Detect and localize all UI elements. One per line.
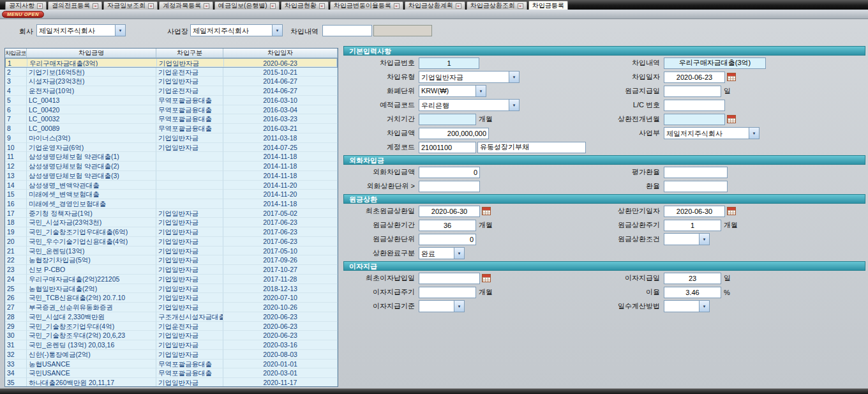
fx-repay-unit-field[interactable] — [419, 181, 480, 192]
site-select[interactable]: 제일저지주식회사 ▼ — [190, 24, 283, 36]
chevron-down-icon[interactable]: ▼ — [749, 128, 759, 139]
exchange-rate-field[interactable] — [664, 181, 728, 192]
calendar-icon[interactable] — [482, 274, 491, 282]
chevron-down-icon[interactable]: ▼ — [115, 25, 125, 36]
tab[interactable]: 자금일보조회× — [103, 1, 158, 10]
chevron-down-icon[interactable]: ▼ — [699, 234, 709, 245]
loan-date-field[interactable] — [664, 72, 725, 83]
repay-complete-select[interactable]: 완료▼ — [419, 247, 465, 259]
deposit-code-select[interactable]: 우리은행▼ — [419, 99, 520, 111]
currency-select[interactable]: KRW(₩)▼ — [419, 85, 486, 97]
chevron-down-icon[interactable]: ▼ — [509, 72, 519, 82]
maturity-date-field[interactable] — [664, 206, 725, 217]
principal-repay-condition-select[interactable]: ▼ — [664, 233, 710, 245]
table-row[interactable]: 11삼성생명단체보험 약관대출(1)2014-11-18 — [5, 152, 338, 162]
grace-period-field[interactable] — [419, 114, 476, 125]
fx-loan-amount-field[interactable] — [419, 167, 480, 178]
table-row[interactable]: 15미래에셋_변액보험대출2014-11-20 — [5, 190, 338, 199]
column-header-loan-code[interactable]: 차입금코드 — [5, 49, 27, 57]
interest-cycle-field[interactable] — [419, 287, 476, 298]
tab[interactable]: 결의전표등록× — [48, 1, 102, 10]
table-row[interactable]: 1우리구매자금대출(3억)기업일반자금2020-06-23 — [5, 58, 338, 68]
loan-desc-filter-input[interactable] — [322, 25, 372, 36]
principal-payday-field[interactable] — [664, 86, 721, 97]
menu-open-button[interactable]: MENU OPEN — [2, 11, 44, 18]
table-row[interactable]: 24우리구매자금대출(2억)221205기업일반자금2017-11-28 — [5, 275, 338, 284]
table-row[interactable]: 9마이너스(3억)기업일반자금2011-03-18 — [5, 133, 338, 143]
table-row[interactable]: 26국민_TCB신용대출(2억) 20.7.10기업일반자금2020-07-10 — [5, 293, 338, 303]
lc-number-field[interactable] — [664, 100, 725, 111]
principal-repay-period-field[interactable] — [419, 220, 476, 231]
tab[interactable]: 차입금상환계획× — [405, 1, 465, 10]
loan-description-field[interactable] — [664, 57, 766, 69]
column-header-loan-date[interactable]: 차입일자 — [223, 49, 338, 57]
chevron-down-icon[interactable]: ▼ — [454, 248, 464, 259]
tab-close-icon[interactable]: × — [93, 3, 98, 9]
interest-basis-select[interactable]: ▼ — [419, 300, 465, 312]
loan-number-field[interactable] — [419, 57, 479, 69]
table-row[interactable]: 5LC_00413무역포괄금융대출2016-03-10 — [5, 96, 338, 105]
table-row[interactable]: 7LC_00032무역포괄금융대출2016-03-23 — [5, 114, 338, 124]
table-row[interactable]: 22농협장기차입금(5억)기업일반자금2017-09-26 — [5, 255, 338, 265]
tab-close-icon[interactable]: × — [37, 3, 43, 9]
first-interest-date-field[interactable] — [419, 273, 480, 284]
principal-repay-cycle-field[interactable] — [664, 220, 721, 231]
chevron-down-icon[interactable]: ▼ — [454, 301, 464, 312]
account-name-field[interactable] — [477, 142, 586, 153]
table-row[interactable]: 31국민_온렌딩 (13억) 20,03,16기업일반자금2020-03-16 — [5, 340, 338, 350]
table-row[interactable]: 21국민_온렌딩(13억)기업일반자금2017-05-10 — [5, 246, 338, 256]
tab-close-icon[interactable]: × — [148, 3, 154, 9]
tab-close-icon[interactable]: × — [319, 3, 325, 9]
tab-active[interactable]: 차입금등록 — [528, 1, 568, 10]
interest-rate-field[interactable] — [664, 287, 721, 298]
table-row[interactable]: 3시설자금(23억3천)기업일반자금2014-06-27 — [5, 77, 338, 86]
company-select[interactable]: 제일저지주식회사 ▼ — [36, 24, 126, 36]
tab[interactable]: 차입금변동이율등록× — [330, 1, 403, 10]
table-row[interactable]: 32신한(-)통장예금(2억)기업일반자금2020-08-03 — [5, 350, 338, 360]
tab-close-icon[interactable]: × — [270, 3, 276, 9]
table-row[interactable]: 10기업운영자금(6억)기업일반자금2014-07-25 — [5, 143, 338, 153]
principal-repay-unit-field[interactable] — [419, 234, 476, 245]
calendar-icon[interactable] — [727, 73, 736, 81]
table-row[interactable]: 19국민_기술창조기업우대대출(6억)기업일반자금2017-06-23 — [5, 227, 338, 237]
repay-prev-ym-field[interactable] — [664, 114, 725, 125]
column-header-loan-name[interactable]: 차입금명 — [27, 49, 156, 57]
division-select[interactable]: 제일저지주식회사▼ — [664, 127, 760, 139]
table-row[interactable]: 16미래에셋_경영인보험대출2014-11-18 — [5, 199, 338, 209]
tab[interactable]: 공지사항× — [5, 1, 47, 10]
calendar-icon[interactable] — [482, 207, 491, 215]
loan-amount-field[interactable] — [419, 128, 489, 139]
chevron-down-icon[interactable]: ▼ — [272, 25, 282, 36]
table-row[interactable]: 27부국증권_선순위유동화증권기업일반자금2020-10-26 — [5, 303, 338, 312]
table-row[interactable]: 18국민_시설자금(23억3천)기업일반자금2017-06-23 — [5, 218, 338, 227]
table-row[interactable]: 8LC_00089무역포괄금융대출2016-03-21 — [5, 124, 338, 133]
table-row[interactable]: 13삼성생명단체보험 약관대출(3)2014-11-18 — [5, 171, 338, 181]
calendar-icon[interactable] — [727, 207, 736, 215]
tab-close-icon[interactable]: × — [394, 3, 400, 9]
table-row[interactable]: 20국민_우수기술기업신용대출(4억)기업일반자금2017-06-23 — [5, 237, 338, 246]
table-row[interactable]: 25농협일반자금대출(2억)기업일반자금2018-12-13 — [5, 284, 338, 294]
interest-payday-field[interactable] — [664, 273, 721, 284]
chevron-down-icon[interactable]: ▼ — [699, 301, 709, 312]
table-row[interactable]: 33농협USANCE무역포괄금융대출2020-01-01 — [5, 360, 338, 369]
column-header-loan-type[interactable]: 차입구분 — [156, 49, 223, 57]
table-row[interactable]: 35하나대출260백만원 20,11,17기업일반자금2020-11-17 — [5, 378, 338, 387]
day-count-method-select[interactable]: ▼ — [664, 300, 710, 312]
tab[interactable]: 차입금현황× — [281, 1, 329, 10]
tab-close-icon[interactable]: × — [204, 3, 209, 9]
tab[interactable]: 예금일보(은행별)× — [214, 1, 280, 10]
chevron-down-icon[interactable]: ▼ — [509, 100, 519, 110]
table-row[interactable]: 29국민_기술창조기업우대(4억)기업운전자금2020-06-23 — [5, 322, 338, 331]
table-row[interactable]: 23신보 P-CBO기업일반자금2017-10-27 — [5, 265, 338, 275]
tab[interactable]: 차입금상환조회× — [467, 1, 527, 10]
first-principal-repay-date-field[interactable] — [419, 206, 480, 217]
table-row[interactable]: 2기업기보(16억5천)기업운전자금2015-10-21 — [5, 68, 338, 77]
tab-close-icon[interactable]: × — [518, 3, 523, 9]
chevron-down-icon[interactable]: ▼ — [475, 86, 486, 96]
tab-close-icon[interactable]: × — [456, 3, 461, 9]
account-code-field[interactable] — [419, 142, 476, 153]
table-row[interactable]: 28국민_시설대 2,330백만원구조개선시설자금대출2020-06-23 — [5, 312, 338, 322]
valuation-rate-field[interactable] — [664, 167, 728, 178]
table-row[interactable]: 4운전자금(10억)기업운전자금2014-06-27 — [5, 86, 338, 96]
table-row[interactable]: 6LC_00420무역포괄금융대출2016-03-04 — [5, 105, 338, 115]
